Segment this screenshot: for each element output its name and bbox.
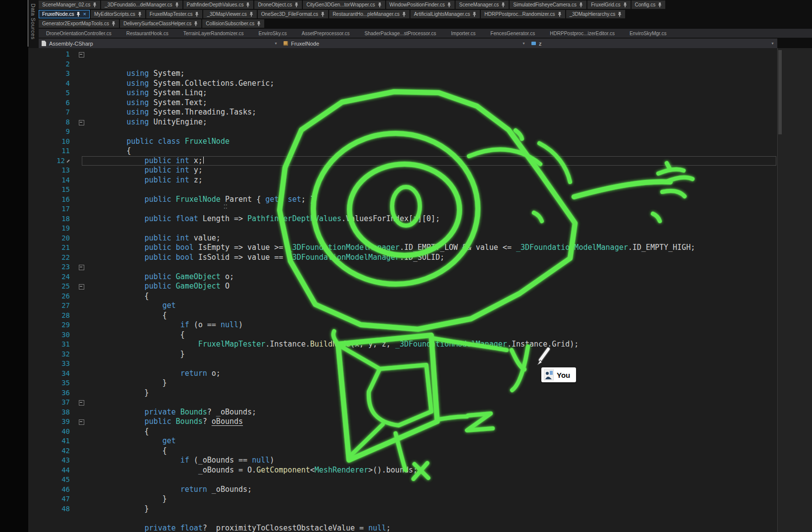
pin-icon[interactable]: [579, 2, 583, 7]
code-text: }: [88, 359, 167, 369]
pin-icon[interactable]: [618, 12, 622, 17]
editor-tab[interactable]: DroneOrientationController.cs: [39, 29, 119, 38]
tab-label: ArtificialLightsManager.cs: [414, 11, 470, 17]
editor-tab[interactable]: AssetPreprocessor.cs: [294, 29, 357, 38]
line-number: 40: [28, 427, 76, 437]
editor-tab[interactable]: DroneObject.cs: [254, 0, 302, 9]
pin-icon[interactable]: [501, 2, 505, 7]
tab-label: DroneObject.cs: [258, 2, 292, 7]
line-number: 33: [28, 359, 76, 369]
fold-icon[interactable]: [76, 282, 88, 292]
line-number: 35: [28, 378, 76, 388]
code-text: {: [88, 311, 185, 321]
editor-tab[interactable]: ArtificialLightsManager.cs: [410, 10, 480, 18]
pin-icon[interactable]: [658, 2, 662, 7]
editor-tab[interactable]: HDRPPostproc...Randomizer.cs: [481, 10, 565, 18]
editor-tab[interactable]: FruxelNode.cs ×: [39, 10, 90, 18]
editor-tab[interactable]: CityGen3DGen...torWrapper.cs: [303, 0, 385, 9]
fold-icon[interactable]: [76, 262, 88, 272]
pin-icon[interactable]: [257, 21, 261, 26]
code-line: 9 {: [28, 127, 777, 137]
pin-icon[interactable]: [175, 2, 179, 7]
editor-tab[interactable]: HDRPPostproc...izerEditor.cs: [542, 29, 622, 38]
pin-icon[interactable]: [447, 2, 451, 7]
code-line: 30 }: [28, 330, 777, 340]
editor-tab[interactable]: OneSec3D_FileFormat.cs: [258, 10, 328, 18]
editor-tab[interactable]: SceneManager_02.cs: [39, 0, 100, 9]
project-dropdown[interactable]: Assembly-CSharp ▼: [39, 39, 281, 48]
editor-tab[interactable]: FencesGenerator.cs: [483, 29, 542, 38]
editor-tab[interactable]: WindowPositionFinder.cs: [386, 0, 455, 9]
tab-label: Importer.cs: [451, 31, 475, 36]
editor-tab[interactable]: FruxelGrid.cs: [587, 0, 630, 9]
editor-tab[interactable]: Config.cs: [632, 0, 666, 9]
editor-tab[interactable]: EnviroSky.cs: [251, 29, 294, 38]
pin-icon[interactable]: [195, 12, 199, 17]
line-number: 43: [28, 456, 76, 466]
tab-label: MyEditorScripts.cs: [94, 11, 135, 17]
code-line: 5 using System.Threading.Tasks;: [28, 88, 777, 98]
editor-tab[interactable]: PathfinderDepthValues.cs: [183, 0, 254, 9]
code-line: 15: [28, 185, 777, 195]
pin-icon[interactable]: [93, 2, 97, 7]
editor-tab[interactable]: _3DMapViewer.cs: [203, 10, 256, 18]
editor-tab[interactable]: _3DMapHierarchy.cs: [566, 10, 626, 18]
editor-tab[interactable]: RestaurantHook.cs: [119, 29, 176, 38]
editor-tab[interactable]: FruxelMapTester.cs: [146, 10, 203, 18]
project-name: Assembly-CSharp: [49, 41, 93, 47]
editor-tab[interactable]: SceneManager.cs: [456, 0, 509, 9]
tab-label: HDRPPostproc...Randomizer.cs: [484, 11, 555, 17]
fold-icon[interactable]: [76, 398, 88, 408]
pin-icon[interactable]: [472, 12, 476, 17]
ide-window: Data Sources SceneManager_02.cs _3DFound…: [0, 0, 812, 532]
editor-tab[interactable]: EnviroSkyMgr.cs: [622, 29, 674, 38]
code-text: using UnityEngine;: [88, 98, 207, 108]
pin-icon[interactable]: [249, 12, 253, 17]
editor-tab[interactable]: TerrainLayerRandomizer.cs: [176, 29, 251, 38]
editor-tab[interactable]: Importer.cs: [444, 29, 483, 38]
line-number: 29: [28, 320, 76, 330]
editor-tab[interactable]: RestaurantHo...pleManager.cs: [329, 10, 409, 18]
pin-icon[interactable]: [321, 12, 325, 17]
pin-icon[interactable]: [623, 2, 627, 7]
pin-icon[interactable]: [402, 12, 406, 17]
pin-icon[interactable]: [558, 12, 562, 17]
pin-icon[interactable]: [246, 2, 250, 7]
data-sources-side-tab[interactable]: Data Sources: [28, 0, 39, 48]
tab-label: _3DFoundatio...delManager.cs: [105, 2, 172, 7]
type-dropdown[interactable]: FruxelNode ▼: [281, 39, 528, 48]
editor-tab[interactable]: Generator2ExportMapTools.cs: [39, 19, 119, 28]
editor-tab[interactable]: MyEditorScripts.cs: [91, 10, 145, 18]
chevron-down-icon[interactable]: ▼: [518, 42, 525, 45]
fold-icon[interactable]: [76, 417, 88, 427]
scrollbar-thumb[interactable]: [778, 50, 782, 134]
fold-icon[interactable]: [76, 118, 88, 127]
line-number: 5: [28, 88, 76, 98]
editor-tab[interactable]: SimulatedFisheyeCamera.cs: [510, 0, 586, 9]
line-number: 48: [28, 504, 76, 514]
pin-icon[interactable]: [378, 2, 382, 7]
member-dropdown[interactable]: z ▼: [528, 39, 777, 48]
code-editor[interactable]: 1 using System; 2 using System.Collectio…: [28, 48, 777, 532]
chevron-down-icon[interactable]: ▼: [767, 42, 774, 45]
fold-icon[interactable]: [76, 50, 88, 59]
editor-tab[interactable]: CollisionSubscriber.cs: [202, 19, 264, 28]
pin-icon[interactable]: [194, 21, 198, 26]
pin-icon[interactable]: [76, 12, 80, 17]
editor-tab[interactable]: DeliverySurfaceClassHelper.cs: [120, 19, 201, 28]
pin-icon[interactable]: [138, 12, 142, 17]
editor-tab[interactable]: _3DFoundatio...delManager.cs: [101, 0, 182, 9]
code-line: 45 }: [28, 475, 777, 485]
code-line: 35: [28, 378, 777, 388]
code-text: FruxelMapTester.Instance.BuildNode(x, y,…: [88, 320, 579, 330]
code-line: 6 using UnityEngine;: [28, 98, 777, 108]
presence-name: You: [557, 371, 570, 379]
chevron-down-icon[interactable]: ▼: [270, 42, 278, 45]
pin-icon[interactable]: [294, 2, 298, 7]
tab-well: SceneManager_02.cs _3DFoundatio...delMan…: [39, 0, 812, 38]
editor-tab[interactable]: ShaderPackage...stProcessor.cs: [357, 29, 444, 38]
pin-icon[interactable]: [112, 21, 116, 26]
close-icon[interactable]: ×: [83, 11, 86, 17]
line-number: 24: [28, 272, 76, 282]
code-text: using System.Text;: [88, 79, 207, 89]
